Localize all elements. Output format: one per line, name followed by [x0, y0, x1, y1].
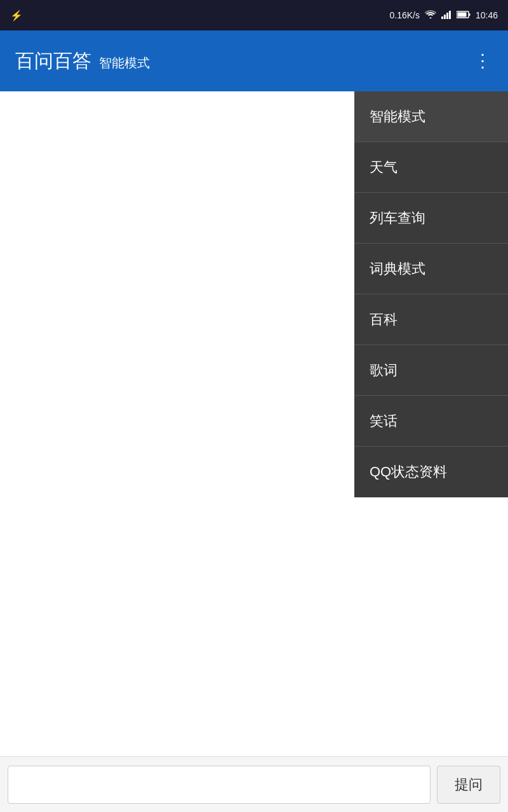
svg-rect-6: [469, 13, 470, 16]
app-bar-title: 百问百答 智能模式: [15, 48, 150, 74]
status-left: ⚡: [10, 10, 23, 22]
status-right: 0.16K/s 10:46: [389, 10, 498, 21]
usb-icon: ⚡: [10, 10, 23, 22]
svg-rect-2: [446, 13, 448, 19]
more-options-button[interactable]: ⋮: [474, 52, 493, 70]
menu-item-train[interactable]: 列车查询: [354, 193, 508, 244]
dropdown-overlay: 智能模式 天气 列车查询 词典模式 百科 歌词 笑话 QQ状态资料: [354, 91, 508, 497]
status-bar: ⚡ 0.16K/s 10:46: [0, 0, 508, 30]
menu-item-weather[interactable]: 天气: [354, 142, 508, 193]
menu-item-dictionary[interactable]: 词典模式: [354, 244, 508, 294]
submit-button[interactable]: 提问: [437, 766, 500, 804]
time-display: 10:46: [476, 10, 498, 20]
main-content: 智能模式 天气 列车查询 词典模式 百科 歌词 笑话 QQ状态资料: [0, 91, 508, 756]
menu-item-smart-mode[interactable]: 智能模式: [354, 91, 508, 142]
question-input[interactable]: [8, 766, 431, 804]
svg-rect-3: [449, 11, 451, 19]
app-title-main: 百问百答: [15, 48, 91, 74]
svg-rect-5: [457, 13, 466, 17]
menu-item-jokes[interactable]: 笑话: [354, 396, 508, 447]
bottom-bar: 提问: [0, 756, 508, 812]
signal-icon: [441, 10, 451, 21]
menu-item-encyclopedia[interactable]: 百科: [354, 294, 508, 345]
menu-item-qq-status[interactable]: QQ状态资料: [354, 447, 508, 497]
svg-rect-0: [441, 16, 443, 19]
svg-rect-1: [444, 15, 446, 19]
dropdown-menu: 智能模式 天气 列车查询 词典模式 百科 歌词 笑话 QQ状态资料: [354, 91, 508, 497]
app-title-subtitle: 智能模式: [99, 55, 150, 72]
wifi-icon: [425, 10, 436, 21]
battery-icon: [457, 10, 471, 20]
app-bar: 百问百答 智能模式 ⋮: [0, 30, 508, 91]
network-speed: 0.16K/s: [389, 10, 419, 20]
menu-item-lyrics[interactable]: 歌词: [354, 345, 508, 396]
